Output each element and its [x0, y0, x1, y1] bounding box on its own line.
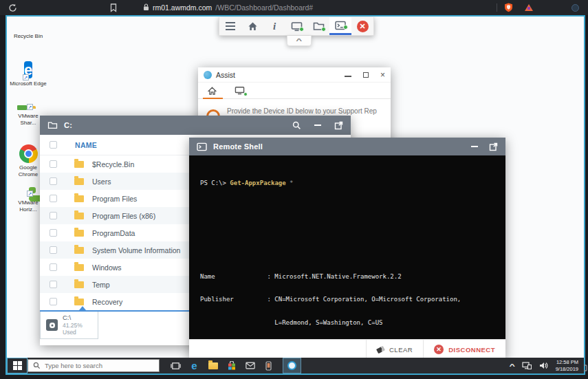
row-checkbox[interactable] [50, 229, 57, 237]
chrome-icon [19, 144, 38, 163]
home-button[interactable] [241, 17, 263, 35]
start-button[interactable] [7, 358, 28, 373]
remote-shell-window: Remote Shell PS C:\> Get-AppxPackage * N… [189, 138, 505, 359]
minimize-button[interactable] [345, 71, 351, 78]
remote-display-button[interactable] [285, 17, 307, 35]
task-view-button[interactable] [166, 358, 185, 373]
file-manager-button[interactable] [307, 17, 329, 35]
row-checkbox[interactable] [50, 281, 57, 288]
collapse-toolbar-button[interactable]: ^ [287, 36, 312, 46]
file-manager-title-bar: C: [40, 116, 351, 135]
remote-shell-button[interactable] [329, 17, 351, 35]
profile-icon[interactable] [571, 0, 579, 15]
assist-tab-bar [198, 83, 391, 99]
taskbar: e ^ [7, 358, 584, 373]
remote-control-toolbar: i ✕ [219, 17, 374, 36]
drive-name: C:\ [63, 314, 92, 322]
maximize-button[interactable] [363, 72, 369, 78]
remote-shell-title-bar: Remote Shell [189, 138, 505, 155]
screen: rm01.awmdm.com/WBC/Dashboard/Dashboard# … [0, 0, 588, 379]
clear-button[interactable]: CLEAR [366, 340, 423, 359]
search-icon [292, 121, 301, 130]
clock-time: 12:58 PM [556, 359, 578, 366]
connected-dot [321, 27, 326, 32]
row-checkbox[interactable] [50, 195, 57, 202]
file-explorer-icon [208, 362, 218, 369]
menu-button[interactable] [219, 17, 241, 35]
url-path: /WBC/Dashboard/Dashboard# [215, 3, 313, 12]
row-checkbox[interactable] [50, 177, 57, 185]
desktop-icon-microsoft-edge[interactable]: e↗ Microsoft Edge [10, 61, 47, 87]
row-checkbox[interactable] [50, 263, 57, 271]
store-icon [228, 361, 236, 370]
connected-dot [343, 25, 348, 30]
browser-toolbar: rm01.awmdm.com/WBC/Dashboard/Dashboard# [0, 0, 588, 15]
assist-title-bar: Assist × [198, 67, 391, 83]
row-checkbox[interactable] [50, 246, 57, 254]
terminal-line: L=Redmond, S=Washington, C=US [200, 319, 494, 327]
search-button[interactable] [292, 121, 301, 130]
row-checkbox[interactable] [50, 160, 57, 168]
select-all-checkbox[interactable] [50, 141, 57, 149]
close-button[interactable]: × [380, 70, 385, 80]
assist-tab-remote-display[interactable] [235, 86, 245, 95]
reload-icon[interactable] [8, 0, 17, 15]
taskbar-explorer-button[interactable] [204, 358, 222, 373]
remote-shell-title: Remote Shell [213, 142, 263, 151]
extension-triangle-icon[interactable] [525, 0, 533, 15]
taskbar-mail-button[interactable] [241, 358, 259, 373]
remote-desktop: Recycle Bin e↗ Microsoft Edge ↗ VMware S… [7, 17, 584, 373]
volume-icon[interactable] [539, 362, 548, 369]
bookmark-icon[interactable] [110, 0, 117, 15]
info-icon: i [273, 21, 276, 32]
info-button[interactable]: i [263, 17, 285, 35]
column-header-name: NAME [75, 141, 97, 149]
taskbar-search-box[interactable] [28, 359, 160, 372]
tray-expand-icon[interactable]: ^ [510, 362, 515, 369]
popout-icon [489, 142, 498, 151]
clock[interactable]: 12:58 PM 9/18/2019 [556, 359, 578, 373]
taskbar-assist-button[interactable] [283, 358, 301, 373]
folder-icon [74, 161, 84, 168]
folder-icon [74, 195, 84, 202]
hamburger-icon [226, 22, 235, 23]
end-session-button[interactable]: ✕ [351, 17, 373, 35]
shell-command: Get-AppxPackage [230, 180, 285, 186]
active-tab-indicator [203, 98, 223, 99]
lock-icon [143, 1, 149, 14]
assist-window-title: Assist [216, 71, 235, 79]
toolbar-divider [497, 3, 497, 12]
shell-command-arg: * [286, 180, 294, 186]
windows-logo-icon [13, 361, 22, 370]
assist-tab-home[interactable] [208, 87, 217, 95]
clock-date: 9/18/2019 [556, 366, 578, 373]
popout-button[interactable] [334, 121, 343, 130]
taskbar-phone-button[interactable] [259, 358, 278, 373]
brave-shield-icon[interactable] [504, 0, 513, 15]
folder-icon [74, 178, 84, 185]
network-icon[interactable] [522, 362, 532, 369]
drive-usage: 41.25% Used [63, 322, 92, 336]
disconnect-icon: ✕ [434, 345, 444, 354]
folder-icon [74, 213, 84, 219]
row-checkbox[interactable] [50, 298, 57, 305]
drive-c-card[interactable]: C:\ 41.25% Used [40, 312, 98, 339]
folder-icon [74, 247, 84, 254]
minimize-button[interactable] [314, 124, 321, 126]
terminal-output[interactable]: PS C:\> Get-AppxPackage * Name : Microso… [189, 155, 505, 339]
eraser-icon [376, 345, 385, 353]
address-bar[interactable]: rm01.awmdm.com/WBC/Dashboard/Dashboard# [143, 0, 313, 15]
selected-drive-pointer [79, 306, 86, 310]
search-input[interactable] [45, 362, 148, 369]
row-checkbox[interactable] [50, 212, 57, 219]
taskbar-edge-button[interactable]: e [185, 358, 204, 373]
disconnect-button[interactable]: ✕ DISCONNECT [423, 340, 505, 359]
assist-app-icon [287, 361, 296, 370]
popout-button[interactable] [489, 142, 498, 151]
taskbar-store-button[interactable] [222, 358, 241, 373]
desktop-icon-recycle-bin[interactable]: Recycle Bin [10, 21, 47, 40]
file-manager-title: C: [64, 121, 72, 129]
minimize-button[interactable] [471, 146, 478, 147]
system-tray: ^ 12:58 PM 9/18/2019 [510, 359, 584, 373]
folder-icon [47, 121, 58, 129]
